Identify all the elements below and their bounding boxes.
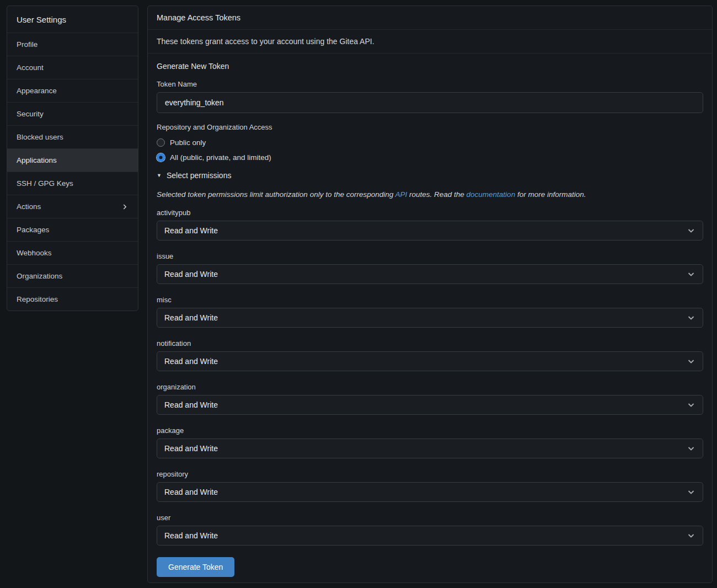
permission-label: issue bbox=[157, 252, 703, 261]
permission-group-repository: repository Read and Write bbox=[157, 470, 703, 502]
sidebar-item-label: Blocked users bbox=[17, 133, 63, 141]
sidebar-item-label: SSH / GPG Keys bbox=[17, 179, 73, 188]
chevron-down-icon bbox=[687, 357, 695, 366]
permission-group-misc: misc Read and Write bbox=[157, 296, 703, 328]
permission-label: package bbox=[157, 426, 703, 435]
sidebar-item-webhooks[interactable]: Webhooks bbox=[7, 242, 138, 265]
chevron-down-icon bbox=[687, 531, 695, 540]
radio-unselected-icon bbox=[157, 138, 165, 147]
select-permissions-toggle[interactable]: ▼ Select permissions bbox=[157, 170, 703, 180]
token-name-input[interactable] bbox=[157, 92, 703, 113]
note-text: routes. Read the bbox=[407, 190, 466, 199]
sidebar-item-label: Account bbox=[17, 63, 44, 72]
radio-label: Public only bbox=[170, 138, 206, 147]
permissions-note: Selected token permissions limit authori… bbox=[157, 190, 703, 199]
permission-group-user: user Read and Write bbox=[157, 514, 703, 546]
chevron-down-icon bbox=[687, 400, 695, 409]
permission-select-organization[interactable]: Read and Write bbox=[157, 395, 703, 415]
settings-sidebar: User Settings Profile Account Appearance… bbox=[7, 6, 138, 311]
page: User Settings Profile Account Appearance… bbox=[0, 0, 717, 588]
sidebar-item-actions[interactable]: Actions bbox=[7, 195, 138, 218]
generate-token-form: Generate New Token Token Name Repository… bbox=[148, 54, 712, 582]
radio-label: All (public, private, and limited) bbox=[170, 153, 271, 162]
select-value: Read and Write bbox=[164, 400, 218, 409]
radio-selected-icon bbox=[157, 153, 165, 162]
select-value: Read and Write bbox=[164, 357, 218, 366]
permission-label: user bbox=[157, 514, 703, 522]
sidebar-item-blocked-users[interactable]: Blocked users bbox=[7, 126, 138, 149]
tokens-description: These tokens grant access to your accoun… bbox=[148, 30, 712, 54]
sidebar-item-applications[interactable]: Applications bbox=[7, 149, 138, 172]
sidebar-item-organizations[interactable]: Organizations bbox=[7, 265, 138, 288]
permission-label: repository bbox=[157, 470, 703, 479]
token-name-label: Token Name bbox=[157, 80, 703, 89]
sidebar-item-ssh-gpg-keys[interactable]: SSH / GPG Keys bbox=[7, 172, 138, 195]
permission-label: organization bbox=[157, 383, 703, 392]
permission-group-notification: notification Read and Write bbox=[157, 339, 703, 371]
permission-group-issue: issue Read and Write bbox=[157, 252, 703, 284]
sidebar-item-label: Webhooks bbox=[17, 249, 52, 257]
select-value: Read and Write bbox=[164, 444, 218, 453]
note-text: Selected token permissions limit authori… bbox=[157, 190, 395, 199]
select-value: Read and Write bbox=[164, 531, 218, 540]
triangle-down-icon: ▼ bbox=[157, 173, 162, 178]
chevron-down-icon bbox=[687, 270, 695, 279]
repo-org-access-label: Repository and Organization Access bbox=[157, 123, 703, 132]
permission-select-user[interactable]: Read and Write bbox=[157, 526, 703, 546]
permission-select-package[interactable]: Read and Write bbox=[157, 439, 703, 458]
chevron-down-icon bbox=[687, 444, 695, 453]
chevron-down-icon bbox=[687, 226, 695, 235]
sidebar-item-label: Repositories bbox=[17, 295, 58, 303]
api-link[interactable]: API bbox=[395, 190, 407, 199]
permission-group-package: package Read and Write bbox=[157, 426, 703, 458]
documentation-link[interactable]: documentation bbox=[467, 190, 516, 199]
sidebar-item-profile[interactable]: Profile bbox=[7, 33, 138, 56]
sidebar-item-label: Packages bbox=[17, 226, 49, 234]
select-permissions-label: Select permissions bbox=[167, 171, 232, 180]
manage-access-tokens-panel: Manage Access Tokens These tokens grant … bbox=[147, 6, 713, 583]
permission-label: activitypub bbox=[157, 209, 703, 217]
sidebar-item-label: Appearance bbox=[17, 87, 57, 95]
sidebar-item-label: Profile bbox=[17, 40, 38, 49]
permission-label: misc bbox=[157, 296, 703, 304]
permission-select-activitypub[interactable]: Read and Write bbox=[157, 221, 703, 240]
generate-new-token-heading: Generate New Token bbox=[157, 62, 703, 71]
sidebar-item-packages[interactable]: Packages bbox=[7, 218, 138, 242]
permission-select-issue[interactable]: Read and Write bbox=[157, 264, 703, 284]
permission-select-notification[interactable]: Read and Write bbox=[157, 351, 703, 371]
permission-group-activitypub: activitypub Read and Write bbox=[157, 209, 703, 240]
sidebar-item-repositories[interactable]: Repositories bbox=[7, 288, 138, 311]
radio-all-access[interactable]: All (public, private, and limited) bbox=[157, 150, 703, 165]
select-value: Read and Write bbox=[164, 270, 218, 279]
sidebar-item-security[interactable]: Security bbox=[7, 103, 138, 126]
generate-token-button[interactable]: Generate Token bbox=[157, 557, 234, 577]
select-value: Read and Write bbox=[164, 488, 218, 496]
note-text: for more information. bbox=[515, 190, 586, 199]
chevron-down-icon bbox=[687, 488, 695, 496]
chevron-down-icon bbox=[687, 313, 695, 322]
sidebar-item-label: Applications bbox=[17, 156, 57, 164]
page-title: Manage Access Tokens bbox=[148, 6, 712, 30]
radio-public-only[interactable]: Public only bbox=[157, 135, 703, 150]
sidebar-item-account[interactable]: Account bbox=[7, 56, 138, 79]
permission-select-repository[interactable]: Read and Write bbox=[157, 482, 703, 502]
sidebar-item-label: Actions bbox=[17, 202, 41, 211]
chevron-right-icon bbox=[121, 203, 129, 211]
select-value: Read and Write bbox=[164, 313, 218, 322]
sidebar-title: User Settings bbox=[7, 6, 138, 33]
select-value: Read and Write bbox=[164, 226, 218, 235]
permission-group-organization: organization Read and Write bbox=[157, 383, 703, 415]
sidebar-item-label: Organizations bbox=[17, 272, 62, 280]
permission-label: notification bbox=[157, 339, 703, 348]
sidebar-item-label: Security bbox=[17, 110, 44, 118]
permission-select-misc[interactable]: Read and Write bbox=[157, 308, 703, 328]
sidebar-item-appearance[interactable]: Appearance bbox=[7, 79, 138, 103]
